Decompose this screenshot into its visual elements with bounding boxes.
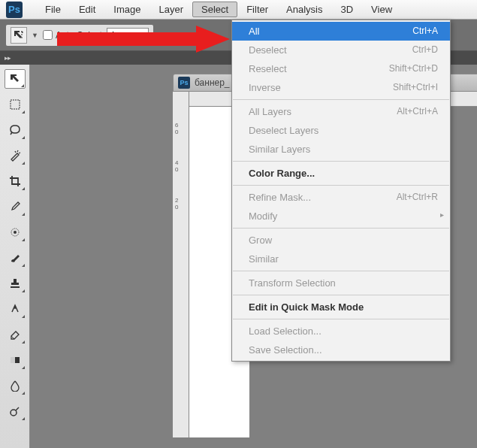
menu-item-inverse: InverseShift+Ctrl+I bbox=[232, 78, 450, 97]
tool-wand[interactable] bbox=[5, 146, 26, 165]
menu-item-label: Modify bbox=[249, 210, 277, 222]
menu-item-shortcut: Ctrl+D bbox=[412, 44, 438, 56]
tool-marquee[interactable] bbox=[5, 95, 26, 114]
tool-crop[interactable] bbox=[5, 171, 26, 191]
menu-item-label: All bbox=[249, 26, 259, 37]
tool-gradient[interactable] bbox=[5, 350, 26, 370]
menu-edit[interactable]: Edit bbox=[70, 2, 104, 17]
menu-item-shortcut: Shift+Ctrl+I bbox=[393, 82, 438, 93]
menu-item-refine-mask: Refine Mask...Alt+Ctrl+R bbox=[232, 188, 450, 207]
tool-preset-indicator[interactable] bbox=[11, 27, 27, 44]
menu-item-shortcut: Ctrl+A bbox=[412, 26, 438, 37]
menu-item-transform-selection: Transform Selection bbox=[232, 274, 450, 292]
toolbox bbox=[0, 65, 30, 448]
menu-separator bbox=[233, 99, 449, 100]
menu-item-label: Similar Layers bbox=[249, 144, 310, 155]
menu-select[interactable]: Select bbox=[192, 2, 237, 17]
svg-rect-0 bbox=[11, 100, 20, 109]
menu-item-reselect: ReselectShift+Ctrl+D bbox=[232, 59, 450, 78]
tool-eraser[interactable] bbox=[5, 325, 26, 344]
menu-item-label: Refine Mask... bbox=[249, 192, 311, 203]
menu-separator bbox=[233, 228, 449, 229]
menu-separator bbox=[233, 319, 449, 319]
menu-item-label: Save Selection... bbox=[249, 344, 322, 356]
menu-image[interactable]: Image bbox=[104, 2, 149, 17]
menu-view[interactable]: View bbox=[362, 2, 401, 17]
tool-move[interactable] bbox=[5, 69, 26, 89]
menu-item-similar: Similar bbox=[232, 250, 450, 268]
document-title: баннер_ bbox=[195, 77, 230, 88]
tool-stamp[interactable] bbox=[5, 274, 26, 293]
menu-item-label: Reselect bbox=[249, 63, 287, 74]
menu-item-label: Similar bbox=[249, 253, 279, 265]
menu-item-label: Deselect Layers bbox=[249, 125, 319, 136]
menu-item-similar-layers: Similar Layers bbox=[232, 140, 450, 159]
dropdown-arrow-icon[interactable]: ▼ bbox=[32, 32, 38, 39]
menu-item-load-selection: Load Selection... bbox=[232, 322, 450, 341]
menu-item-save-selection: Save Selection... bbox=[232, 341, 450, 359]
menu-item-shortcut: Shift+Ctrl+D bbox=[389, 63, 438, 74]
menu-filter[interactable]: Filter bbox=[237, 2, 277, 17]
menu-analysis[interactable]: Analysis bbox=[277, 2, 331, 17]
select-menu-dropdown: AllCtrl+ADeselectCtrl+DReselectShift+Ctr… bbox=[231, 20, 451, 362]
menu-item-deselect: DeselectCtrl+D bbox=[232, 41, 450, 59]
menu-separator bbox=[233, 295, 449, 295]
menu-item-grow: Grow bbox=[232, 231, 450, 250]
app-logo: Ps bbox=[6, 2, 23, 18]
menu-item-shortcut: Alt+Ctrl+A bbox=[397, 106, 438, 117]
tool-eyedropper[interactable] bbox=[5, 197, 26, 216]
menu-item-all[interactable]: AllCtrl+A bbox=[232, 22, 450, 41]
menu-item-deselect-layers: Deselect Layers bbox=[232, 121, 450, 140]
svg-rect-4 bbox=[11, 357, 15, 363]
menubar: Ps FileEditImageLayerSelectFilterAnalysi… bbox=[0, 0, 477, 20]
annotation-arrow-icon bbox=[57, 26, 230, 53]
menu-item-label: Inverse bbox=[249, 82, 281, 93]
tool-lasso[interactable] bbox=[5, 120, 26, 140]
ruler-vertical: 60 40 20 bbox=[173, 92, 189, 437]
menu-item-label: Color Range... bbox=[249, 168, 315, 179]
menu-layer[interactable]: Layer bbox=[150, 2, 193, 17]
menu-item-label: All Layers bbox=[249, 106, 291, 117]
tool-brush[interactable] bbox=[5, 248, 26, 268]
menu-separator bbox=[233, 161, 449, 162]
menu-item-shortcut: Alt+Ctrl+R bbox=[397, 192, 438, 203]
menu-item-label: Grow bbox=[249, 235, 272, 246]
menu-separator bbox=[233, 185, 449, 186]
menu-item-label: Transform Selection bbox=[249, 277, 336, 289]
menu-item-modify: Modify bbox=[232, 207, 450, 226]
tool-dodge[interactable] bbox=[5, 401, 26, 421]
menu-item-edit-in-quick-mask-mode[interactable]: Edit in Quick Mask Mode bbox=[232, 298, 450, 316]
svg-point-5 bbox=[11, 410, 17, 416]
menu-item-label: Deselect bbox=[249, 44, 287, 56]
menu-file[interactable]: File bbox=[36, 2, 70, 17]
ps-doc-icon: Ps bbox=[178, 77, 190, 89]
tool-healing[interactable] bbox=[5, 222, 26, 242]
tool-history[interactable] bbox=[5, 299, 26, 319]
menu-separator bbox=[233, 271, 449, 271]
svg-point-2 bbox=[14, 231, 17, 234]
menu-item-color-range[interactable]: Color Range... bbox=[232, 164, 450, 183]
menu-3d[interactable]: 3D bbox=[331, 2, 362, 17]
menu-item-label: Load Selection... bbox=[249, 325, 322, 337]
tool-blur[interactable] bbox=[5, 376, 26, 395]
menu-item-all-layers: All LayersAlt+Ctrl+A bbox=[232, 102, 450, 121]
menu-item-label: Edit in Quick Mask Mode bbox=[249, 301, 364, 313]
